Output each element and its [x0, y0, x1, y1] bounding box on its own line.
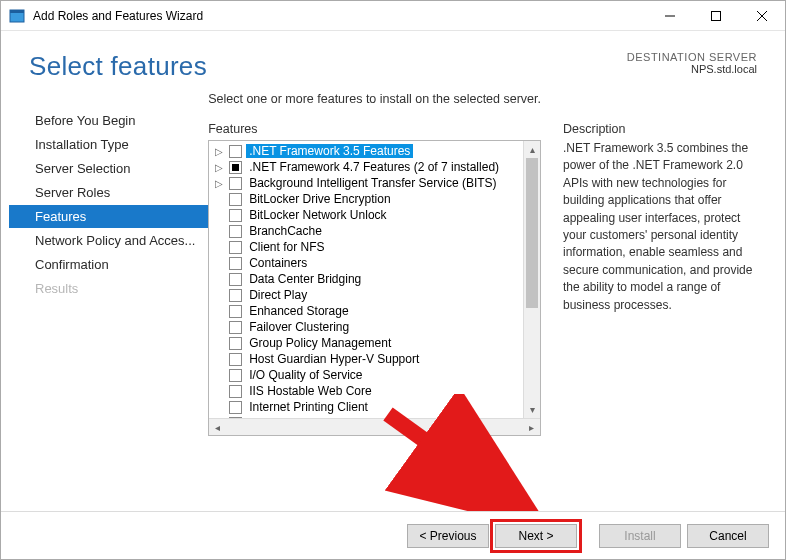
- feature-label: .NET Framework 3.5 Features: [246, 144, 413, 158]
- expand-icon[interactable]: ▷: [213, 162, 225, 173]
- feature-item[interactable]: Data Center Bridging: [209, 271, 540, 287]
- wizard-step[interactable]: Server Selection: [9, 157, 208, 180]
- svg-rect-3: [712, 11, 721, 20]
- feature-label: Host Guardian Hyper-V Support: [246, 352, 422, 366]
- feature-item[interactable]: Group Policy Management: [209, 335, 540, 351]
- page-header: Select features DESTINATION SERVER NPS.s…: [1, 31, 785, 92]
- previous-button[interactable]: < Previous: [407, 524, 489, 548]
- feature-checkbox[interactable]: [229, 369, 242, 382]
- feature-checkbox[interactable]: [229, 273, 242, 286]
- feature-checkbox[interactable]: [229, 193, 242, 206]
- wizard-step[interactable]: Installation Type: [9, 133, 208, 156]
- feature-checkbox[interactable]: [229, 401, 242, 414]
- scroll-up-icon[interactable]: ▴: [524, 141, 540, 158]
- next-button[interactable]: Next >: [495, 524, 577, 548]
- maximize-button[interactable]: [693, 1, 739, 31]
- feature-item[interactable]: BitLocker Drive Encryption: [209, 191, 540, 207]
- feature-checkbox[interactable]: [229, 305, 242, 318]
- feature-label: BranchCache: [246, 224, 325, 238]
- wizard-steps: Before You BeginInstallation TypeServer …: [9, 92, 208, 490]
- wizard-step[interactable]: Confirmation: [9, 253, 208, 276]
- feature-label: BitLocker Drive Encryption: [246, 192, 393, 206]
- feature-item[interactable]: I/O Quality of Service: [209, 367, 540, 383]
- feature-item[interactable]: ▷Background Intelligent Transfer Service…: [209, 175, 540, 191]
- wizard-step[interactable]: Before You Begin: [9, 109, 208, 132]
- feature-label: Internet Printing Client: [246, 400, 371, 414]
- title-bar: Add Roles and Features Wizard: [1, 1, 785, 31]
- feature-item[interactable]: BitLocker Network Unlock: [209, 207, 540, 223]
- feature-item[interactable]: ▷.NET Framework 4.7 Features (2 of 7 ins…: [209, 159, 540, 175]
- wizard-step[interactable]: Server Roles: [9, 181, 208, 204]
- description-heading: Description: [563, 122, 761, 136]
- feature-checkbox[interactable]: [229, 385, 242, 398]
- feature-label: Failover Clustering: [246, 320, 352, 334]
- vertical-scrollbar[interactable]: ▴ ▾: [523, 141, 540, 418]
- feature-checkbox[interactable]: [229, 353, 242, 366]
- features-heading: Features: [208, 122, 541, 136]
- feature-checkbox[interactable]: [229, 225, 242, 238]
- feature-label: Enhanced Storage: [246, 304, 351, 318]
- feature-label: Data Center Bridging: [246, 272, 364, 286]
- feature-label: Client for NFS: [246, 240, 327, 254]
- feature-item[interactable]: Host Guardian Hyper-V Support: [209, 351, 540, 367]
- feature-label: I/O Quality of Service: [246, 368, 365, 382]
- scroll-thumb[interactable]: [526, 158, 538, 308]
- feature-label: .NET Framework 4.7 Features (2 of 7 inst…: [246, 160, 502, 174]
- svg-rect-1: [10, 10, 24, 13]
- feature-item[interactable]: BranchCache: [209, 223, 540, 239]
- feature-label: BitLocker Network Unlock: [246, 208, 389, 222]
- destination-label: DESTINATION SERVER: [627, 51, 757, 63]
- feature-label: Direct Play: [246, 288, 310, 302]
- expand-icon[interactable]: ▷: [213, 146, 225, 157]
- destination-info: DESTINATION SERVER NPS.std.local: [627, 51, 757, 75]
- cancel-button[interactable]: Cancel: [687, 524, 769, 548]
- instruction-text: Select one or more features to install o…: [208, 92, 541, 106]
- feature-checkbox[interactable]: [229, 161, 242, 174]
- feature-item[interactable]: Internet Printing Client: [209, 399, 540, 415]
- feature-label: Background Intelligent Transfer Service …: [246, 176, 499, 190]
- description-text: .NET Framework 3.5 combines the power of…: [563, 140, 761, 314]
- app-icon: [9, 8, 25, 24]
- feature-label: Containers: [246, 256, 310, 270]
- minimize-button[interactable]: [647, 1, 693, 31]
- feature-item[interactable]: Client for NFS: [209, 239, 540, 255]
- feature-item[interactable]: Failover Clustering: [209, 319, 540, 335]
- feature-label: IIS Hostable Web Core: [246, 384, 375, 398]
- feature-item[interactable]: ▷.NET Framework 3.5 Features: [209, 143, 540, 159]
- wizard-step: Results: [9, 277, 208, 300]
- scroll-down-icon[interactable]: ▾: [524, 401, 540, 418]
- close-button[interactable]: [739, 1, 785, 31]
- page-title: Select features: [29, 51, 207, 82]
- feature-item[interactable]: Containers: [209, 255, 540, 271]
- features-list: ▷.NET Framework 3.5 Features▷.NET Framew…: [208, 140, 541, 436]
- feature-item[interactable]: Direct Play: [209, 287, 540, 303]
- wizard-footer: < Previous Next > Install Cancel: [1, 511, 785, 559]
- feature-checkbox[interactable]: [229, 257, 242, 270]
- feature-label: Group Policy Management: [246, 336, 394, 350]
- horizontal-scrollbar[interactable]: ◂ ▸: [209, 418, 540, 435]
- feature-checkbox[interactable]: [229, 321, 242, 334]
- feature-checkbox[interactable]: [229, 417, 242, 419]
- feature-checkbox[interactable]: [229, 241, 242, 254]
- feature-checkbox[interactable]: [229, 337, 242, 350]
- feature-checkbox[interactable]: [229, 289, 242, 302]
- install-button: Install: [599, 524, 681, 548]
- feature-checkbox[interactable]: [229, 177, 242, 190]
- scroll-left-icon[interactable]: ◂: [209, 419, 226, 436]
- wizard-step[interactable]: Features: [9, 205, 208, 228]
- scroll-right-icon[interactable]: ▸: [523, 419, 540, 436]
- feature-checkbox[interactable]: [229, 209, 242, 222]
- feature-item[interactable]: IIS Hostable Web Core: [209, 383, 540, 399]
- feature-item[interactable]: Enhanced Storage: [209, 303, 540, 319]
- destination-server: NPS.std.local: [627, 63, 757, 75]
- expand-icon[interactable]: ▷: [213, 178, 225, 189]
- feature-checkbox[interactable]: [229, 145, 242, 158]
- wizard-step[interactable]: Network Policy and Acces...: [9, 229, 208, 252]
- window-title: Add Roles and Features Wizard: [33, 9, 647, 23]
